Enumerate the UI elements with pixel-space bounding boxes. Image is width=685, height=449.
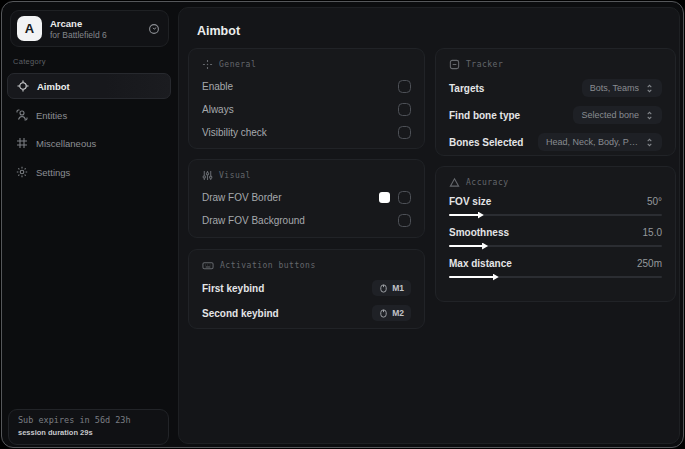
sync-icon[interactable] (148, 23, 160, 35)
sidebar-item-label: Aimbot (37, 81, 70, 92)
entities-icon (16, 109, 28, 121)
draw-fov-border-checkbox[interactable] (398, 191, 411, 204)
draw-fov-border-label: Draw FOV Border (202, 192, 281, 203)
fov-size-slider[interactable] (449, 211, 662, 219)
keybind-value: M2 (392, 308, 404, 318)
card-title: Activation buttons (220, 261, 316, 270)
max-distance-label: Max distance (449, 258, 512, 269)
fov-size-label: FOV size (449, 196, 491, 207)
visual-card: Visual Draw FOV Border Draw FOV Backgrou… (188, 159, 425, 238)
chevrons-up-down-icon (645, 138, 654, 147)
sidebar-item-entities[interactable]: Entities (7, 102, 171, 128)
max-distance-value: 250m (637, 258, 662, 269)
keyboard-icon (202, 260, 214, 271)
sidebar-item-miscellaneous[interactable]: Miscellaneous (7, 130, 171, 156)
sidebar-item-aimbot[interactable]: Aimbot (7, 73, 171, 99)
sub-expires-text: Sub expires in 56d 23h (18, 415, 159, 425)
session-duration-text: session duration 29s (18, 428, 159, 437)
app-window: A Arcane for Battlefield 6 Category Aimb… (1, 1, 684, 448)
crosshair-dashed-icon (202, 59, 213, 70)
slider-thumb[interactable] (493, 274, 499, 281)
fov-border-color-swatch[interactable] (379, 192, 390, 203)
always-checkbox[interactable] (398, 103, 411, 116)
first-keybind-button[interactable]: M1 (372, 280, 411, 296)
sidebar-item-label: Miscellaneous (36, 138, 96, 149)
first-keybind-label: First keybind (202, 283, 264, 294)
bones-selected-dropdown[interactable]: Head, Neck, Body, Pe... (538, 133, 662, 151)
draw-fov-background-label: Draw FOV Background (202, 215, 305, 226)
targets-value: Bots, Teams (590, 83, 639, 93)
crosshair-icon (17, 80, 29, 92)
tracker-card: Tracker Targets Bots, Teams Find bone ty… (435, 48, 676, 156)
find-bone-type-label: Find bone type (449, 110, 520, 121)
find-bone-type-dropdown[interactable]: Selected bone (573, 106, 662, 124)
triangle-icon (449, 177, 460, 188)
accuracy-card: Accuracy FOV size 50° Smoothness 15.0 (435, 166, 676, 302)
max-distance-slider[interactable] (449, 273, 662, 281)
main-panel: Aimbot General Enable Always Visibili (178, 7, 680, 444)
mouse-icon (379, 309, 388, 318)
app-title: Arcane (50, 18, 148, 29)
app-logo: A (17, 16, 42, 41)
targets-label: Targets (449, 83, 484, 94)
enable-checkbox[interactable] (398, 80, 411, 93)
fov-size-value: 50° (647, 196, 662, 207)
visibility-check-label: Visibility check (202, 127, 267, 138)
general-card: General Enable Always Visibility check (188, 48, 425, 149)
draw-fov-background-checkbox[interactable] (398, 214, 411, 227)
card-title: General (219, 60, 256, 69)
targets-dropdown[interactable]: Bots, Teams (582, 79, 662, 97)
second-keybind-label: Second keybind (202, 308, 279, 319)
smoothness-label: Smoothness (449, 227, 509, 238)
always-label: Always (202, 104, 234, 115)
slider-thumb[interactable] (482, 243, 488, 250)
bones-selected-value: Head, Neck, Body, Pe... (546, 137, 639, 147)
card-title: Visual (219, 171, 251, 180)
keybind-value: M1 (392, 283, 404, 293)
app-subtitle: for Battlefield 6 (50, 30, 148, 40)
sidebar-item-label: Settings (36, 167, 70, 178)
smoothness-slider[interactable] (449, 242, 662, 250)
grid-icon (16, 137, 28, 149)
visibility-check-checkbox[interactable] (398, 126, 411, 139)
gear-icon (16, 166, 28, 178)
enable-label: Enable (202, 81, 233, 92)
subscription-card: Sub expires in 56d 23h session duration … (8, 409, 169, 445)
smoothness-value: 15.0 (643, 227, 662, 238)
mouse-icon (379, 284, 388, 293)
chevrons-up-down-icon (645, 111, 654, 120)
find-bone-type-value: Selected bone (581, 110, 639, 120)
slider-thumb[interactable] (478, 212, 484, 219)
sidebar: A Arcane for Battlefield 6 Category Aimb… (2, 2, 177, 447)
page-title: Aimbot (197, 24, 240, 38)
category-label: Category (13, 57, 46, 66)
card-title: Accuracy (466, 178, 509, 187)
chevrons-up-down-icon (645, 84, 654, 93)
app-logo-letter: A (25, 21, 34, 36)
card-title: Tracker (466, 60, 503, 69)
scan-minus-icon (449, 59, 460, 70)
second-keybind-button[interactable]: M2 (372, 305, 411, 321)
activation-buttons-card: Activation buttons First keybind M1 Seco… (188, 249, 425, 329)
bones-selected-label: Bones Selected (449, 137, 523, 148)
sliders-icon (202, 170, 213, 181)
sidebar-item-settings[interactable]: Settings (7, 159, 171, 185)
logo-card: A Arcane for Battlefield 6 (10, 10, 169, 47)
sidebar-item-label: Entities (36, 110, 67, 121)
